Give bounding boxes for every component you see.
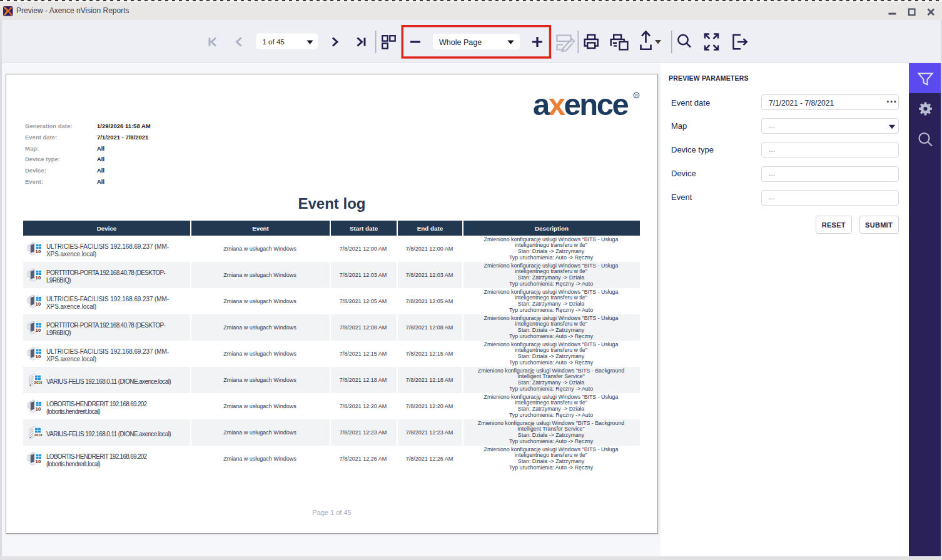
svg-text:R: R (635, 93, 638, 98)
svg-text:axence: axence (533, 88, 628, 121)
svg-text:1 of 45: 1 of 45 (263, 38, 285, 46)
svg-text:Whole Page: Whole Page (439, 38, 482, 47)
